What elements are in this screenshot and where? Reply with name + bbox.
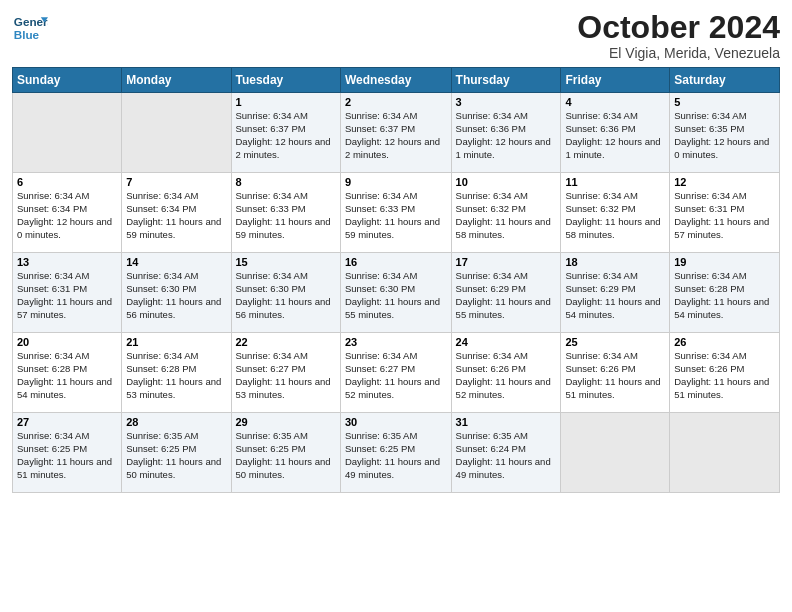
- calendar-cell: 2Sunrise: 6:34 AM Sunset: 6:37 PM Daylig…: [340, 93, 451, 173]
- calendar-cell: 26Sunrise: 6:34 AM Sunset: 6:26 PM Dayli…: [670, 333, 780, 413]
- calendar-cell: 17Sunrise: 6:34 AM Sunset: 6:29 PM Dayli…: [451, 253, 561, 333]
- cell-info: Sunrise: 6:34 AM Sunset: 6:34 PM Dayligh…: [17, 190, 117, 241]
- calendar-cell: 20Sunrise: 6:34 AM Sunset: 6:28 PM Dayli…: [13, 333, 122, 413]
- cell-info: Sunrise: 6:34 AM Sunset: 6:36 PM Dayligh…: [456, 110, 557, 161]
- calendar-cell: [13, 93, 122, 173]
- calendar-cell: 30Sunrise: 6:35 AM Sunset: 6:25 PM Dayli…: [340, 413, 451, 493]
- header-row: SundayMondayTuesdayWednesdayThursdayFrid…: [13, 68, 780, 93]
- cell-info: Sunrise: 6:34 AM Sunset: 6:30 PM Dayligh…: [345, 270, 447, 321]
- day-number: 23: [345, 336, 447, 348]
- cell-info: Sunrise: 6:34 AM Sunset: 6:28 PM Dayligh…: [674, 270, 775, 321]
- cell-info: Sunrise: 6:34 AM Sunset: 6:33 PM Dayligh…: [236, 190, 336, 241]
- day-number: 16: [345, 256, 447, 268]
- day-number: 17: [456, 256, 557, 268]
- day-number: 9: [345, 176, 447, 188]
- cell-info: Sunrise: 6:35 AM Sunset: 6:25 PM Dayligh…: [126, 430, 226, 481]
- cell-info: Sunrise: 6:34 AM Sunset: 6:28 PM Dayligh…: [126, 350, 226, 401]
- col-header-friday: Friday: [561, 68, 670, 93]
- calendar-cell: [561, 413, 670, 493]
- day-number: 19: [674, 256, 775, 268]
- col-header-tuesday: Tuesday: [231, 68, 340, 93]
- col-header-monday: Monday: [122, 68, 231, 93]
- day-number: 15: [236, 256, 336, 268]
- calendar-cell: 1Sunrise: 6:34 AM Sunset: 6:37 PM Daylig…: [231, 93, 340, 173]
- cell-info: Sunrise: 6:34 AM Sunset: 6:33 PM Dayligh…: [345, 190, 447, 241]
- calendar-cell: 29Sunrise: 6:35 AM Sunset: 6:25 PM Dayli…: [231, 413, 340, 493]
- day-number: 25: [565, 336, 665, 348]
- calendar-cell: 10Sunrise: 6:34 AM Sunset: 6:32 PM Dayli…: [451, 173, 561, 253]
- cell-info: Sunrise: 6:34 AM Sunset: 6:32 PM Dayligh…: [565, 190, 665, 241]
- cell-info: Sunrise: 6:35 AM Sunset: 6:24 PM Dayligh…: [456, 430, 557, 481]
- calendar-cell: 19Sunrise: 6:34 AM Sunset: 6:28 PM Dayli…: [670, 253, 780, 333]
- calendar-cell: 8Sunrise: 6:34 AM Sunset: 6:33 PM Daylig…: [231, 173, 340, 253]
- day-number: 11: [565, 176, 665, 188]
- title-block: October 2024 El Vigia, Merida, Venezuela: [577, 10, 780, 61]
- day-number: 13: [17, 256, 117, 268]
- calendar-cell: 6Sunrise: 6:34 AM Sunset: 6:34 PM Daylig…: [13, 173, 122, 253]
- day-number: 29: [236, 416, 336, 428]
- calendar-cell: 7Sunrise: 6:34 AM Sunset: 6:34 PM Daylig…: [122, 173, 231, 253]
- cell-info: Sunrise: 6:34 AM Sunset: 6:29 PM Dayligh…: [456, 270, 557, 321]
- main-container: General Blue October 2024 El Vigia, Meri…: [0, 0, 792, 501]
- col-header-saturday: Saturday: [670, 68, 780, 93]
- calendar-cell: 14Sunrise: 6:34 AM Sunset: 6:30 PM Dayli…: [122, 253, 231, 333]
- calendar-cell: [122, 93, 231, 173]
- calendar-cell: 25Sunrise: 6:34 AM Sunset: 6:26 PM Dayli…: [561, 333, 670, 413]
- cell-info: Sunrise: 6:35 AM Sunset: 6:25 PM Dayligh…: [236, 430, 336, 481]
- cell-info: Sunrise: 6:34 AM Sunset: 6:35 PM Dayligh…: [674, 110, 775, 161]
- day-number: 18: [565, 256, 665, 268]
- svg-text:Blue: Blue: [14, 28, 40, 41]
- day-number: 22: [236, 336, 336, 348]
- cell-info: Sunrise: 6:34 AM Sunset: 6:37 PM Dayligh…: [345, 110, 447, 161]
- month-title: October 2024: [577, 10, 780, 45]
- calendar-cell: 5Sunrise: 6:34 AM Sunset: 6:35 PM Daylig…: [670, 93, 780, 173]
- day-number: 20: [17, 336, 117, 348]
- calendar-cell: 22Sunrise: 6:34 AM Sunset: 6:27 PM Dayli…: [231, 333, 340, 413]
- calendar-cell: 27Sunrise: 6:34 AM Sunset: 6:25 PM Dayli…: [13, 413, 122, 493]
- calendar-cell: 3Sunrise: 6:34 AM Sunset: 6:36 PM Daylig…: [451, 93, 561, 173]
- day-number: 2: [345, 96, 447, 108]
- week-row-3: 13Sunrise: 6:34 AM Sunset: 6:31 PM Dayli…: [13, 253, 780, 333]
- header: General Blue October 2024 El Vigia, Meri…: [12, 10, 780, 61]
- day-number: 28: [126, 416, 226, 428]
- day-number: 26: [674, 336, 775, 348]
- svg-text:General: General: [14, 15, 48, 28]
- day-number: 7: [126, 176, 226, 188]
- cell-info: Sunrise: 6:34 AM Sunset: 6:25 PM Dayligh…: [17, 430, 117, 481]
- cell-info: Sunrise: 6:34 AM Sunset: 6:28 PM Dayligh…: [17, 350, 117, 401]
- week-row-2: 6Sunrise: 6:34 AM Sunset: 6:34 PM Daylig…: [13, 173, 780, 253]
- calendar-cell: 21Sunrise: 6:34 AM Sunset: 6:28 PM Dayli…: [122, 333, 231, 413]
- cell-info: Sunrise: 6:35 AM Sunset: 6:25 PM Dayligh…: [345, 430, 447, 481]
- logo: General Blue: [12, 10, 48, 46]
- calendar-cell: 28Sunrise: 6:35 AM Sunset: 6:25 PM Dayli…: [122, 413, 231, 493]
- logo-icon: General Blue: [12, 10, 48, 46]
- cell-info: Sunrise: 6:34 AM Sunset: 6:31 PM Dayligh…: [674, 190, 775, 241]
- col-header-sunday: Sunday: [13, 68, 122, 93]
- cell-info: Sunrise: 6:34 AM Sunset: 6:30 PM Dayligh…: [236, 270, 336, 321]
- cell-info: Sunrise: 6:34 AM Sunset: 6:36 PM Dayligh…: [565, 110, 665, 161]
- col-header-thursday: Thursday: [451, 68, 561, 93]
- calendar-cell: 24Sunrise: 6:34 AM Sunset: 6:26 PM Dayli…: [451, 333, 561, 413]
- calendar-cell: 15Sunrise: 6:34 AM Sunset: 6:30 PM Dayli…: [231, 253, 340, 333]
- cell-info: Sunrise: 6:34 AM Sunset: 6:29 PM Dayligh…: [565, 270, 665, 321]
- week-row-5: 27Sunrise: 6:34 AM Sunset: 6:25 PM Dayli…: [13, 413, 780, 493]
- cell-info: Sunrise: 6:34 AM Sunset: 6:34 PM Dayligh…: [126, 190, 226, 241]
- calendar-cell: 9Sunrise: 6:34 AM Sunset: 6:33 PM Daylig…: [340, 173, 451, 253]
- calendar-cell: 11Sunrise: 6:34 AM Sunset: 6:32 PM Dayli…: [561, 173, 670, 253]
- cell-info: Sunrise: 6:34 AM Sunset: 6:27 PM Dayligh…: [236, 350, 336, 401]
- day-number: 24: [456, 336, 557, 348]
- calendar-cell: 23Sunrise: 6:34 AM Sunset: 6:27 PM Dayli…: [340, 333, 451, 413]
- cell-info: Sunrise: 6:34 AM Sunset: 6:27 PM Dayligh…: [345, 350, 447, 401]
- day-number: 14: [126, 256, 226, 268]
- day-number: 1: [236, 96, 336, 108]
- cell-info: Sunrise: 6:34 AM Sunset: 6:30 PM Dayligh…: [126, 270, 226, 321]
- location: El Vigia, Merida, Venezuela: [577, 45, 780, 61]
- day-number: 30: [345, 416, 447, 428]
- day-number: 6: [17, 176, 117, 188]
- cell-info: Sunrise: 6:34 AM Sunset: 6:26 PM Dayligh…: [456, 350, 557, 401]
- col-header-wednesday: Wednesday: [340, 68, 451, 93]
- calendar-cell: [670, 413, 780, 493]
- week-row-4: 20Sunrise: 6:34 AM Sunset: 6:28 PM Dayli…: [13, 333, 780, 413]
- day-number: 8: [236, 176, 336, 188]
- day-number: 3: [456, 96, 557, 108]
